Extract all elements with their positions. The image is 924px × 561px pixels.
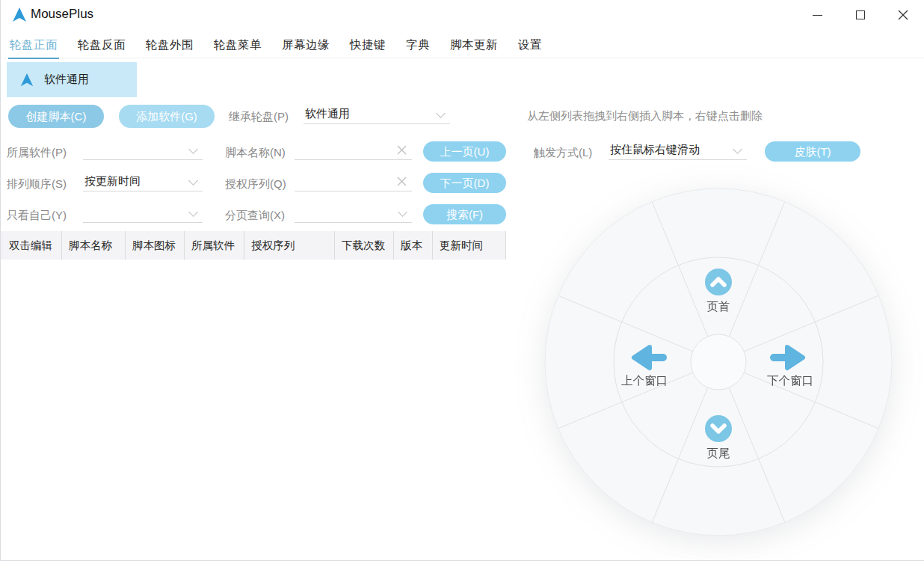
app-logo-icon <box>11 7 28 23</box>
page-query-label: 分页查询(X) <box>225 209 285 223</box>
owner-software-label: 所属软件(P) <box>7 146 67 160</box>
only-mine-label: 只看自己(Y) <box>7 209 67 223</box>
create-script-button[interactable]: 创建脚本(C) <box>8 105 104 128</box>
inherit-wheel-label: 继承轮盘(P) <box>229 110 289 124</box>
skin-button[interactable]: 皮肤(T) <box>765 141 860 162</box>
chevron-down-icon <box>436 108 446 118</box>
next-page-button[interactable]: 下一页(D) <box>423 173 506 193</box>
tab-screen-edge[interactable]: 屏幕边缘 <box>282 37 330 53</box>
prev-page-button[interactable]: 上一页(U) <box>423 141 506 162</box>
chevron-down-icon <box>398 207 407 217</box>
add-software-button[interactable]: 添加软件(G) <box>119 105 215 128</box>
owner-software-dropdown[interactable] <box>83 141 203 160</box>
tab-wheel-back[interactable]: 轮盘反面 <box>78 37 126 53</box>
col-owner-software[interactable]: 所属软件 <box>185 231 244 260</box>
window-controls <box>796 0 924 30</box>
chevron-down-icon <box>733 144 742 154</box>
selected-wheel-item[interactable]: 软件通用 <box>7 62 137 97</box>
sort-order-label: 排列顺序(S) <box>7 177 67 191</box>
inherit-wheel-dropdown[interactable]: 软件通用 <box>304 105 450 124</box>
tab-script-update[interactable]: 脚本更新 <box>450 37 498 53</box>
wheel-slot-top[interactable]: 页首 <box>705 269 732 313</box>
license-serial-label: 授权序列(Q) <box>225 177 286 191</box>
page-query-dropdown[interactable] <box>295 203 412 223</box>
minimize-icon <box>813 15 822 16</box>
wheel-slot-label: 页首 <box>707 300 730 313</box>
wheel-slot-label: 上个窗口 <box>621 374 668 387</box>
col-update-time[interactable]: 更新时间 <box>433 231 506 260</box>
clear-icon[interactable] <box>396 144 407 156</box>
trigger-mode-dropdown[interactable]: 按住鼠标右键滑动 <box>609 141 747 160</box>
col-version[interactable]: 版本 <box>394 231 433 260</box>
search-button[interactable]: 搜索(F) <box>423 204 506 224</box>
mouseplus-window: { "window": { "title": "MousePlus", "con… <box>0 0 924 561</box>
wheel-item-logo-icon <box>19 73 34 88</box>
drag-hint-text: 从左侧列表拖拽到右侧插入脚本，右键点击删除 <box>527 109 763 123</box>
tab-settings[interactable]: 设置 <box>518 37 542 53</box>
chevron-up-circle-icon <box>705 269 732 295</box>
only-mine-dropdown[interactable] <box>83 203 203 223</box>
wheel-slot-bottom[interactable]: 页尾 <box>705 415 732 459</box>
close-icon <box>898 10 908 20</box>
license-serial-input[interactable] <box>295 172 412 191</box>
chevron-down-icon <box>188 144 198 154</box>
col-license-serial[interactable]: 授权序列 <box>244 231 335 260</box>
sort-order-dropdown[interactable]: 按更新时间 <box>83 172 203 191</box>
sort-order-value: 按更新时间 <box>84 174 141 188</box>
trigger-mode-value: 按住鼠标右键滑动 <box>610 143 700 157</box>
gesture-wheel[interactable]: 页首 页尾 上个窗口 下个窗口 <box>543 186 894 538</box>
minimize-button[interactable] <box>796 0 839 30</box>
maximize-icon <box>856 10 865 19</box>
tab-wheel-menu[interactable]: 轮盘菜单 <box>214 37 262 53</box>
trigger-mode-label: 触发方式(L) <box>534 146 592 160</box>
script-table-header: 双击编辑 脚本名称 脚本图标 所属软件 授权序列 下载次数 版本 更新时间 <box>1 231 506 260</box>
wheel-slot-label: 页尾 <box>707 447 730 459</box>
main-tab-bar: 轮盘正面 轮盘反面 轮盘外围 轮盘菜单 屏幕边缘 快捷键 字典 脚本更新 设置 <box>1 33 924 58</box>
col-script-name[interactable]: 脚本名称 <box>62 231 126 260</box>
wheel-slot-label: 下个窗口 <box>767 374 813 387</box>
chevron-down-circle-icon <box>705 415 732 442</box>
chevron-down-icon <box>188 176 198 186</box>
close-button[interactable] <box>881 0 924 30</box>
col-double-click-edit[interactable]: 双击编辑 <box>2 231 62 260</box>
script-name-label: 脚本名称(N) <box>225 146 286 160</box>
inherit-wheel-value: 软件通用 <box>305 107 350 121</box>
chevron-down-icon <box>188 207 198 217</box>
clear-icon[interactable] <box>396 176 407 187</box>
col-script-icon[interactable]: 脚本图标 <box>126 231 185 260</box>
tab-wheel-outer[interactable]: 轮盘外围 <box>146 37 194 53</box>
col-download-count[interactable]: 下载次数 <box>335 231 394 260</box>
selected-wheel-label: 软件通用 <box>44 73 89 87</box>
app-title: MousePlus <box>31 7 93 22</box>
script-name-input[interactable] <box>295 141 412 160</box>
maximize-button[interactable] <box>839 0 881 30</box>
tab-dictionary[interactable]: 字典 <box>406 37 430 53</box>
wheel-center-hub[interactable] <box>691 334 746 390</box>
tab-hotkeys[interactable]: 快捷键 <box>350 37 386 53</box>
titlebar: MousePlus <box>1 0 924 30</box>
tab-wheel-front[interactable]: 轮盘正面 <box>10 37 58 53</box>
